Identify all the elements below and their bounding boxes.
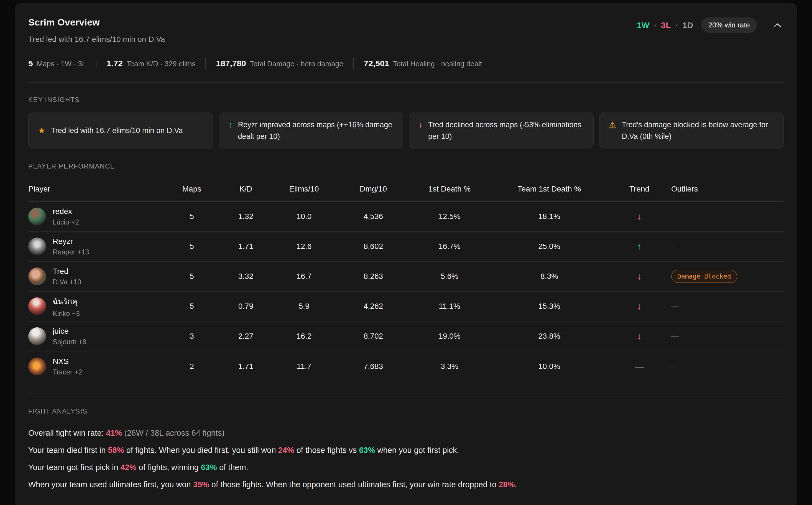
fight-text: of fights. When you died first, you stil…	[124, 446, 278, 455]
cell-kd: 1.71	[222, 242, 269, 251]
header-text-block: Scrim Overview Tred led with 16.7 elims/…	[28, 17, 165, 44]
cell-outlier: —	[671, 302, 784, 311]
cell-maps: 5	[161, 272, 222, 281]
player-heroes: Tracer +2	[53, 368, 82, 376]
summary-stats-row: 5 Maps · 1W · 3L 1.72 Team K/D · 329 eli…	[28, 58, 784, 69]
cell-dmg10: 8,602	[339, 242, 408, 251]
fight-pct: 24%	[278, 446, 294, 455]
fight-analysis-label: FIGHT ANALYSIS	[28, 407, 784, 415]
cell-maps: 5	[161, 212, 222, 221]
cell-team-first-death: 8.3%	[491, 272, 607, 281]
cell-elims10: 16.7	[269, 272, 339, 281]
cell-kd: 2.27	[222, 332, 269, 341]
col-outliers: Outliers	[671, 185, 784, 193]
stat-team-kd: 1.72 Team K/D · 329 elims	[107, 59, 195, 68]
fight-line-overall: Overall fight win rate: 41% (26W / 38L a…	[28, 428, 784, 438]
fight-text: of fights, winning	[137, 463, 201, 472]
trend-down-icon: ↓	[607, 211, 671, 222]
table-row-chanrakku: ฉันรักคุ Kiriko +3 5 0.79 5.9 4,262 11.1…	[28, 292, 784, 322]
cell-first-death: 12.5%	[408, 212, 491, 221]
stat-value: 1.72	[107, 59, 123, 68]
section-divider	[28, 393, 784, 394]
stat-total-healing: 72,501 Total Healing · healing dealt	[364, 59, 482, 68]
stat-label: Team K/D · 329 elims	[127, 59, 196, 68]
stat-divider	[205, 58, 206, 69]
cell-elims10: 11.7	[269, 362, 339, 371]
col-kd: K/D	[222, 185, 269, 193]
cell-kd: 0.79	[222, 302, 269, 311]
col-dmg10: Dmg/10	[339, 185, 408, 193]
player-name: Tred	[53, 267, 81, 276]
chevron-up-icon[interactable]	[771, 20, 784, 30]
stat-value: 5	[28, 59, 33, 68]
player-name: Reyzr	[53, 237, 89, 246]
cell-outlier: —	[671, 212, 784, 221]
lucio-portrait-avatar	[28, 208, 46, 225]
table-header-row: Player Maps K/D Elims/10 Dmg/10 1st Deat…	[28, 185, 784, 202]
insight-card-tred-led: ★ Tred led with 16.7 elims/10 min on D.V…	[28, 112, 213, 149]
cell-dmg10: 4,536	[339, 212, 408, 221]
insight-text: Tred declined across maps (-53% eliminat…	[428, 119, 584, 142]
fight-text: When your team used ultimates first, you…	[28, 480, 193, 489]
record-draws: 1D	[682, 20, 693, 30]
player-heroes: Kiriko +3	[53, 310, 80, 318]
cell-dmg10: 8,702	[339, 332, 408, 341]
cell-elims10: 5.9	[269, 302, 339, 311]
trend-down-icon: ↓	[607, 271, 671, 282]
fight-text: of them.	[217, 463, 248, 472]
stat-total-damage: 187,780 Total Damage · hero damage	[216, 59, 343, 68]
damage-blocked-badge: Damage Blocked	[671, 270, 737, 283]
cell-maps: 5	[161, 302, 222, 311]
player-heroes: Sojourn +8	[53, 338, 86, 346]
cell-kd: 3.32	[222, 272, 269, 281]
player-heroes: D.Va +10	[53, 278, 81, 286]
cell-maps: 2	[161, 362, 222, 371]
table-row-reyzr: Reyzr Reaper +13 5 1.71 12.6 8,602 16.7%…	[28, 232, 784, 262]
stat-divider	[96, 58, 96, 69]
cell-kd: 1.71	[222, 362, 269, 371]
cell-first-death: 3.3%	[408, 362, 491, 371]
cell-team-first-death: 10.0%	[491, 362, 607, 371]
cell-first-death: 16.7%	[408, 242, 491, 251]
cell-team-first-death: 25.0%	[491, 242, 607, 251]
fight-text: .	[515, 480, 517, 489]
fight-text: Your team died first in	[28, 446, 108, 455]
fight-pct: 42%	[121, 463, 137, 472]
stat-maps: 5 Maps · 1W · 3L	[28, 59, 86, 68]
panel-header: Scrim Overview Tred led with 16.7 elims/…	[28, 17, 784, 44]
cell-maps: 3	[161, 332, 222, 341]
page-title: Scrim Overview	[28, 17, 165, 28]
stat-value: 72,501	[364, 59, 389, 68]
table-row-juice: juice Sojourn +8 3 2.27 16.2 8,702 19.0%…	[28, 322, 784, 351]
cell-elims10: 16.2	[269, 332, 339, 341]
col-trend: Trend	[607, 185, 671, 193]
stat-label: Total Damage · hero damage	[250, 59, 343, 68]
fight-text: Overall fight win rate:	[28, 429, 106, 438]
stat-label: Total Healing · healing dealt	[393, 59, 482, 68]
table-row-tred: Tred D.Va +10 5 3.32 16.7 8,263 5.6% 8.3…	[28, 262, 784, 292]
cell-team-first-death: 18.1%	[491, 212, 607, 221]
insight-text: Tred led with 16.7 elims/10 min on D.Va	[51, 125, 183, 136]
scrim-overview-panel: Scrim Overview Tred led with 16.7 elims/…	[15, 3, 797, 505]
cell-maps: 5	[161, 242, 222, 251]
cell-outlier: —	[671, 242, 784, 251]
fight-pct: 58%	[108, 446, 124, 455]
stat-divider	[353, 58, 354, 69]
table-row-nxs: NXS Tracer +2 2 1.71 11.7 7,683 3.3% 10.…	[28, 351, 784, 381]
fight-text: when you got first pick.	[375, 446, 459, 455]
cell-outlier: —	[671, 362, 784, 371]
cell-elims10: 10.0	[269, 212, 339, 221]
player-name: ฉันรักคุ	[53, 295, 80, 307]
star-icon: ★	[38, 125, 45, 136]
player-performance-label: PLAYER PERFORMANCE	[28, 162, 784, 170]
cell-kd: 1.32	[222, 212, 269, 221]
record-separator: ·	[675, 21, 678, 30]
trend-flat-icon: —	[607, 361, 671, 372]
stat-label: Maps · 1W · 3L	[37, 59, 86, 68]
cell-elims10: 12.6	[269, 242, 339, 251]
table-row-redex: redex Lúcio +2 5 1.32 10.0 4,536 12.5% 1…	[28, 202, 784, 232]
dva-portrait-avatar	[28, 268, 46, 285]
cell-dmg10: 4,262	[339, 302, 408, 311]
header-record-block: 1W · 3L · 1D 20% win rate	[637, 17, 784, 33]
record-wins: 1W	[637, 20, 650, 30]
